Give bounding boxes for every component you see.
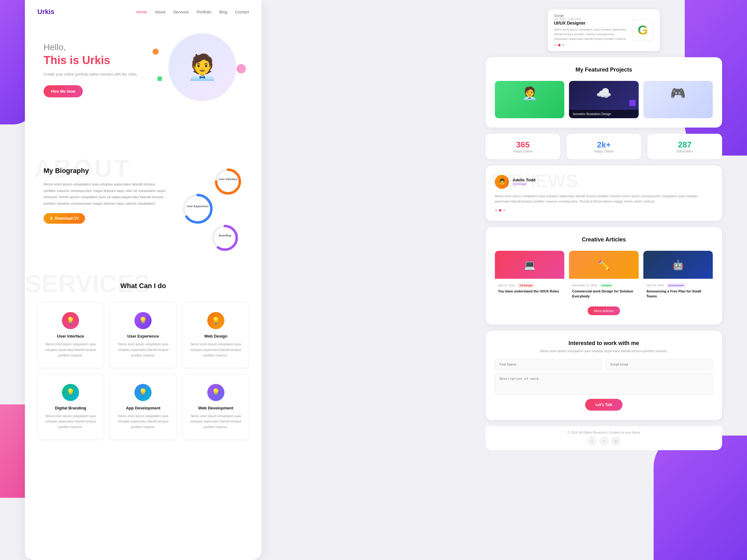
social-linkedin[interactable]: in <box>611 437 620 446</box>
left-panel: Urkis Home About Services Portfolio Blog… <box>25 0 261 560</box>
nav-contact[interactable]: Contact <box>235 10 249 14</box>
project-card-1[interactable]: 🧑‍💼 <box>495 81 564 118</box>
download-cv-label: Download CV <box>55 216 79 220</box>
blog-img-1: 💻 <box>495 251 564 279</box>
blog-img-3: 🤖 <box>643 251 713 279</box>
reviews-section: REVIEWS 👨 Adells Todd Developer Nemo eni… <box>486 165 722 221</box>
company-name: Google <box>554 14 627 18</box>
service-desc-appdev: Nemo enim ipsum voluptatem quia voluptas… <box>117 414 170 430</box>
google-logo-container: G <box>632 19 654 41</box>
deco-pink-dot <box>236 64 246 74</box>
service-icon-webdev: 💡 <box>207 384 225 401</box>
bookmark-icon <box>629 100 636 106</box>
email-input[interactable] <box>606 359 713 370</box>
hire-me-button[interactable]: Hire Me Now <box>44 85 83 97</box>
page-wrapper: Urkis Home About Services Portfolio Blog… <box>0 0 747 560</box>
blog-date-3: April 30, 2018 <box>646 284 664 287</box>
project-3-illustration: 🎮 <box>643 81 713 106</box>
dot-1[interactable] <box>554 44 557 46</box>
nav-home[interactable]: Home <box>136 10 147 14</box>
nav-portfolio[interactable]: Portfolio <box>197 10 211 14</box>
contact-form: Let's Talk <box>495 359 713 411</box>
social-twitter[interactable]: t <box>599 437 608 446</box>
service-icon-ux: 💡 <box>134 312 152 329</box>
stat-number-3: 287 <box>654 140 716 150</box>
about-section: ABOUT My Biography Nemo enim ipsum volup… <box>25 148 261 266</box>
experience-nav-dots <box>554 44 627 46</box>
about-paragraph: Nemo enim ipsum voluptatem quia voluptas… <box>44 181 168 207</box>
stat-subscribers: 287 Subscribers <box>647 134 722 159</box>
service-name-webdev: Web Development <box>189 406 242 410</box>
project-bookmark <box>629 100 636 107</box>
stat-clients: 365 Happy Clients <box>486 134 560 159</box>
google-logo: G <box>638 23 648 38</box>
stat-label-3: Subscribers <box>654 150 716 153</box>
bg-decoration-right2 <box>654 435 747 560</box>
dot-2[interactable] <box>558 44 561 46</box>
contact-description: Nemo enim ipsum voluptatem quia voluptas… <box>495 349 713 353</box>
service-card-appdev: 💡 App Development Nemo enim ipsum volupt… <box>110 374 176 440</box>
experience-info: Google Jun 2016 - June 2020 UI/UX Design… <box>554 14 627 46</box>
service-desc-ux: Nemo enim ipsum voluptatem quia voluptas… <box>117 342 170 358</box>
deco-green-square <box>157 77 162 81</box>
social-facebook[interactable]: f <box>588 437 596 446</box>
nav-about[interactable]: About <box>155 10 165 14</box>
contact-title: Interested to work with me <box>495 340 713 347</box>
service-desc-branding: Nemo enim ipsum voluptatem quia voluptas… <box>44 414 97 430</box>
reviewer-role: Developer <box>513 182 535 186</box>
blog-heading-2: Commercial work Design for Solution Ever… <box>572 289 635 299</box>
blog-heading-1: You have understand the UI/UX Rules <box>498 289 561 294</box>
service-icon-webdesign: 💡 <box>207 312 225 329</box>
experience-card: Google Jun 2016 - June 2020 UI/UX Design… <box>548 9 660 51</box>
blog-card-1[interactable]: 💻 May 13, 2018 UX Design You have unders… <box>495 251 564 302</box>
service-card-webdev: 💡 Web Development Nemo enim ipsum volupt… <box>183 374 249 440</box>
about-text: My Biography Nemo enim ipsum voluptatem … <box>44 167 168 224</box>
service-name-webdesign: Web Design <box>189 334 242 339</box>
service-card-webdesign: 💡 Web Design Nemo enim ipsum voluptatem … <box>183 302 249 368</box>
about-content: My Biography Nemo enim ipsum voluptatem … <box>44 167 243 254</box>
nav-services[interactable]: Services <box>173 10 189 14</box>
services-title: What Can I do <box>37 282 249 290</box>
contact-submit-button[interactable]: Let's Talk <box>585 399 622 411</box>
review-dot-3[interactable] <box>503 209 506 212</box>
right-panel: Google Jun 2016 - June 2020 UI/UX Design… <box>486 0 722 450</box>
skill-branding: Branding <box>210 223 240 254</box>
blog-card-3[interactable]: 🤖 April 30, 2018 Environment Announcing … <box>643 251 713 302</box>
project-card-3[interactable]: 🎮 <box>643 81 713 118</box>
site-logo: Urkis <box>37 8 136 16</box>
hero-text: Hello, This is Urkis Create your online … <box>44 42 143 97</box>
review-dot-1[interactable] <box>495 209 497 212</box>
service-card-branding: 💡 Digital Branding Nemo enim ipsum volup… <box>37 374 104 440</box>
service-icon-appdev: 💡 <box>134 384 152 401</box>
project-2-overlay: Isometric Illustration Design <box>569 110 638 118</box>
deco-orange-dot <box>153 49 159 55</box>
blog-img-2: ✏️ <box>569 251 638 279</box>
stat-label-2: Happy Clients <box>573 150 635 153</box>
project-2-name: Isometric Illustration Design <box>573 112 635 116</box>
download-cv-button[interactable]: ⬇ Download CV <box>44 213 85 224</box>
blog-heading-3: Announcing a Free Plan for Small Teams <box>646 289 710 299</box>
stat-label-1: Happy Clients <box>492 150 554 153</box>
service-card-ux: 💡 User Experience Nemo enim ipsum volupt… <box>110 302 176 368</box>
hero-title-prefix: This is <box>44 54 82 66</box>
blog-card-2[interactable]: ✏️ December 11, 2018 Creative Commercial… <box>569 251 638 302</box>
hero-greeting: Hello, <box>44 42 143 52</box>
dot-3[interactable] <box>562 44 565 46</box>
blog-date-2: December 11, 2018 <box>572 284 597 287</box>
more-articles-button[interactable]: More Articles <box>588 306 620 315</box>
about-title: My Biography <box>44 167 168 175</box>
nav-links: Home About Services Portfolio Blog Conta… <box>136 10 249 14</box>
profile-illustration: 🧑‍💼 <box>187 55 218 80</box>
download-icon: ⬇ <box>50 216 53 220</box>
experience-dates: Jun 2016 - June 2020 <box>554 18 627 21</box>
review-nav-dots <box>495 209 713 212</box>
experience-role: UI/UX Designer <box>554 21 627 26</box>
footer-copyright: © 2018, All Rights Reserved | Created by… <box>567 431 640 434</box>
hero-brand-name: Urkis <box>82 54 110 66</box>
first-name-input[interactable] <box>495 359 602 370</box>
project-card-2[interactable]: ☁️ Isometric Illustration Design <box>569 81 638 118</box>
review-dot-2[interactable] <box>499 209 501 212</box>
nav-blog[interactable]: Blog <box>219 10 227 14</box>
project-1-illustration: 🧑‍💼 <box>495 81 564 106</box>
description-textarea[interactable] <box>495 373 713 395</box>
